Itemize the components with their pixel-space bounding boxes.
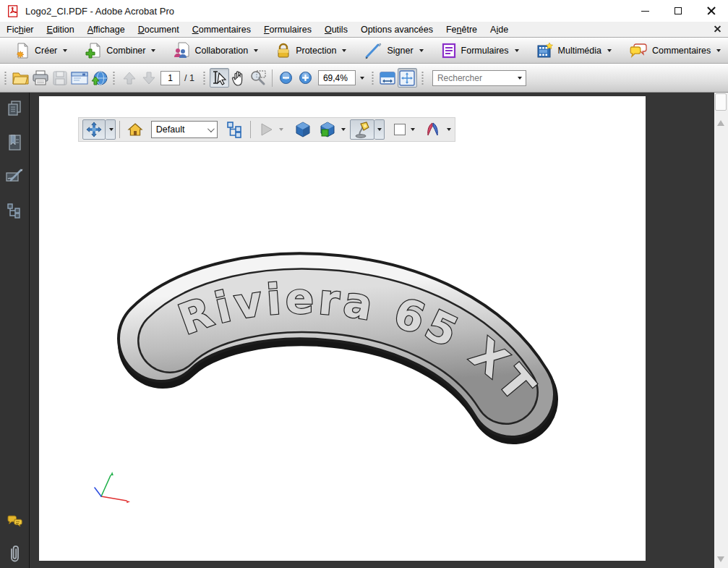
- chevron-down-icon: [279, 128, 283, 131]
- collaboration-icon: [173, 42, 190, 59]
- 3d-model-riviera-plate[interactable]: Riviera 65 XT: [39, 96, 646, 561]
- email-button[interactable]: [69, 68, 89, 88]
- open-button[interactable]: [11, 68, 30, 88]
- search-caret-icon[interactable]: [518, 77, 522, 80]
- select-tool-button[interactable]: [210, 68, 229, 88]
- model-tree-button[interactable]: [222, 119, 247, 140]
- signatures-panel-button[interactable]: [4, 166, 25, 187]
- create-button[interactable]: Créer: [7, 39, 73, 62]
- zoom-out-icon: [279, 71, 293, 85]
- chevron-down-icon[interactable]: [360, 77, 364, 80]
- chevron-down-icon: [411, 128, 415, 131]
- menu-outils[interactable]: Outils: [318, 22, 354, 37]
- next-page-icon: [141, 70, 157, 86]
- zoom-level-value[interactable]: 69,4%: [318, 70, 356, 85]
- render-mode-button[interactable]: [315, 119, 340, 140]
- file-toolbar: / 1: [0, 64, 728, 93]
- toolbar-grip[interactable]: [4, 70, 7, 86]
- combine-button[interactable]: Combiner: [79, 39, 161, 62]
- attachments-panel-icon: [7, 544, 22, 563]
- view-select[interactable]: Default: [151, 121, 218, 138]
- protection-icon: [275, 43, 291, 59]
- rotate-tool-button[interactable]: [82, 119, 106, 140]
- home-view-button[interactable]: [124, 119, 147, 140]
- toolbar-grip[interactable]: [371, 70, 374, 86]
- separator: [272, 69, 273, 87]
- separator: [119, 121, 120, 138]
- fit-page-button[interactable]: [398, 68, 417, 88]
- bookmarks-panel-button[interactable]: [4, 132, 25, 153]
- search-input[interactable]: [433, 73, 516, 83]
- close-button[interactable]: [695, 0, 728, 22]
- fit-width-button[interactable]: [378, 68, 398, 88]
- web-publish-icon: [90, 69, 108, 87]
- background-color-icon: [394, 124, 406, 135]
- hand-tool-button[interactable]: [229, 68, 249, 88]
- lighting-group: [350, 119, 385, 140]
- axis-triad-icon: [95, 472, 130, 503]
- menu-formulaires[interactable]: Formulaires: [257, 22, 318, 37]
- scroll-down-icon[interactable]: [717, 556, 724, 562]
- scrollbar-thumb[interactable]: [715, 93, 727, 111]
- default-render-button[interactable]: [291, 119, 315, 140]
- pages-panel-button[interactable]: [4, 98, 25, 119]
- lighting-icon: [354, 121, 371, 138]
- zoom-out-button[interactable]: [276, 68, 296, 88]
- model-tree-icon: [226, 121, 243, 138]
- web-publish-button[interactable]: [89, 68, 108, 88]
- collaboration-button[interactable]: Collaboration: [167, 39, 264, 62]
- menu-fichier[interactable]: Fichier: [0, 22, 40, 37]
- menu-fenetre[interactable]: Fenêtre: [440, 22, 484, 37]
- forms-button[interactable]: Formulaires: [435, 40, 525, 62]
- minimize-button[interactable]: [628, 0, 661, 22]
- menu-commentaires[interactable]: Commentaires: [186, 22, 257, 37]
- marquee-zoom-button[interactable]: [249, 68, 268, 88]
- search-box[interactable]: [432, 70, 526, 86]
- maximize-button[interactable]: [661, 0, 695, 22]
- chevron-down-icon: [109, 128, 114, 131]
- menu-options-avancees[interactable]: Options avancées: [354, 22, 440, 37]
- play-animation-button: [254, 119, 278, 140]
- toolbar-grip[interactable]: [112, 70, 116, 86]
- zoom-in-button[interactable]: [296, 68, 315, 88]
- cross-section-button[interactable]: [421, 119, 445, 140]
- cross-section-icon: [424, 122, 442, 137]
- model-tree-panel-button[interactable]: [4, 200, 25, 221]
- comments-button[interactable]: Commentaires: [623, 40, 727, 62]
- menu-affichage[interactable]: Affichage: [81, 22, 132, 37]
- cross-section-group: [421, 119, 451, 140]
- sign-button[interactable]: Signer: [358, 39, 429, 62]
- zoom-level-control[interactable]: 69,4%: [318, 70, 364, 85]
- lighting-button[interactable]: [350, 119, 374, 140]
- play-animation-group: [254, 119, 283, 140]
- combine-icon: [85, 42, 102, 59]
- previous-page-icon: [121, 70, 137, 86]
- next-page-button: [139, 68, 158, 88]
- model-tree-panel-icon: [7, 203, 22, 219]
- lighting-dropdown[interactable]: [374, 119, 385, 140]
- vertical-scrollbar[interactable]: [714, 93, 728, 568]
- multimedia-button[interactable]: Multimédia: [531, 39, 617, 62]
- rotate-tool-group: [82, 119, 116, 140]
- page-number-input[interactable]: [160, 71, 180, 85]
- toolbar-grip[interactable]: [202, 70, 206, 86]
- background-color-button[interactable]: [390, 119, 409, 140]
- toolbar-grip[interactable]: [421, 70, 424, 86]
- attachments-panel-button[interactable]: [4, 543, 25, 564]
- fit-width-icon: [379, 70, 396, 86]
- window-title: Logo2_CI.PDF - Adobe Acrobat Pro: [25, 6, 174, 17]
- comments-panel-icon: [6, 514, 23, 529]
- protection-button[interactable]: Protection: [270, 40, 352, 62]
- menu-aide[interactable]: Aide: [484, 22, 515, 37]
- comments-panel-button[interactable]: [4, 512, 25, 532]
- pdf-page[interactable]: Riviera 65 XT: [39, 96, 646, 561]
- save-button: [50, 68, 69, 88]
- menu-document[interactable]: Document: [132, 22, 186, 37]
- menubar-close-icon[interactable]: [713, 25, 722, 34]
- rotate-tool-dropdown[interactable]: [106, 119, 116, 140]
- render-mode-group: [315, 119, 346, 140]
- scroll-up-icon[interactable]: [717, 120, 724, 126]
- menu-edition[interactable]: Edition: [40, 22, 81, 37]
- print-button[interactable]: [30, 68, 50, 88]
- chevron-down-icon: [515, 49, 519, 52]
